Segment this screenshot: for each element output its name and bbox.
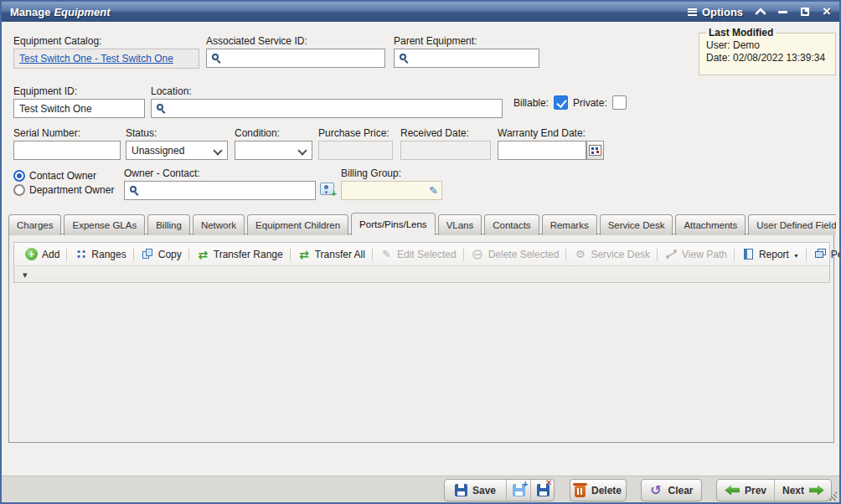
delete-button[interactable]: Delete	[570, 479, 627, 501]
next-arrow-icon	[809, 486, 824, 496]
toolbar-edit-selected: Edit Selected	[373, 245, 464, 264]
save-button-group: Save	[444, 479, 555, 501]
toolbar-copy[interactable]: Copy	[134, 245, 189, 264]
toolbar-report[interactable]: Report	[735, 245, 807, 264]
condition-select[interactable]	[235, 141, 312, 160]
toolbar-delete-selected: Delete Selected	[464, 245, 567, 264]
toolbar-overflow-icon[interactable]	[23, 269, 28, 280]
serial-number-label: Serial Number:	[13, 127, 80, 139]
associated-service-id-input[interactable]	[206, 49, 385, 68]
toolbar-service-desk: Service Desk	[566, 245, 658, 264]
last-modified-panel: Last Modified User: Demo Date: 02/08/202…	[699, 27, 836, 75]
billing-group-input[interactable]	[341, 181, 442, 200]
collapse-chevron-icon[interactable]	[755, 8, 766, 19]
tab-expense-glas[interactable]: Expense GLAs	[64, 214, 145, 235]
toolbar-label: Perspectives	[831, 249, 841, 260]
prev-label: Prev	[745, 485, 766, 496]
status-select[interactable]: Unassigned	[126, 141, 228, 160]
location-input[interactable]	[151, 99, 503, 118]
toolbar-transfer-range[interactable]: Transfer Range	[189, 245, 291, 264]
billing-group-label: Billing Group:	[341, 167, 401, 179]
calendar-icon	[589, 145, 601, 156]
toolbar-label: View Path	[682, 249, 727, 260]
tab-equipment-children[interactable]: Equipment Children	[247, 214, 348, 235]
private-checkbox[interactable]	[612, 95, 627, 110]
window-title-emphasis: Equipment	[54, 6, 110, 18]
tab-strip: ChargesExpense GLAsBillingNetworkEquipme…	[8, 213, 836, 235]
clear-label: Clear	[668, 485, 693, 496]
save-label: Save	[472, 485, 496, 496]
received-date-input	[400, 141, 491, 160]
tab-vlans[interactable]: VLans	[438, 214, 482, 235]
next-button[interactable]: Next	[775, 480, 832, 501]
prev-button[interactable]: Prev	[717, 480, 775, 501]
tab-charges[interactable]: Charges	[8, 214, 61, 235]
tab-ports-pins-lens[interactable]: Ports/Pins/Lens	[351, 213, 436, 235]
clear-button[interactable]: Clear	[641, 479, 702, 501]
minimize-icon[interactable]	[778, 11, 787, 13]
warranty-end-date-input[interactable]	[498, 141, 586, 160]
toolbar-label: Report	[759, 249, 789, 260]
tab-service-desk[interactable]: Service Desk	[600, 214, 673, 235]
grid-toolbar: AddRangesCopyTransfer RangeTransfer AllE…	[13, 242, 830, 283]
manage-equipment-window: Manage Equipment Options Equipment Catal…	[0, 0, 841, 504]
toolbar-add[interactable]: Add	[18, 245, 67, 264]
close-icon[interactable]	[823, 6, 831, 18]
view-path-icon	[665, 248, 678, 260]
toolbar-transfer-all[interactable]: Transfer All	[291, 245, 373, 264]
tab-remarks[interactable]: Remarks	[542, 214, 597, 235]
parent-equipment-label: Parent Equipment:	[394, 35, 477, 47]
toolbar-label: Service Desk	[591, 249, 650, 260]
window-title: Manage	[10, 6, 50, 18]
options-button[interactable]: Options	[688, 6, 743, 18]
add-contact-icon[interactable]	[320, 183, 334, 195]
save-button[interactable]: Save	[445, 480, 507, 501]
dropdown-arrow-icon	[793, 249, 799, 260]
transfer-icon	[197, 248, 209, 260]
add-icon	[25, 248, 38, 260]
department-owner-radio[interactable]	[13, 184, 25, 196]
parent-equipment-input[interactable]	[394, 49, 539, 68]
equipment-id-input[interactable]	[13, 99, 145, 118]
next-label: Next	[782, 485, 804, 496]
prev-arrow-icon	[725, 486, 740, 496]
save-and-new-button[interactable]	[507, 480, 531, 501]
tab-contacts[interactable]: Contacts	[484, 214, 539, 235]
billable-checkbox[interactable]	[554, 95, 568, 110]
chevron-down-icon	[213, 146, 222, 155]
calendar-button[interactable]	[586, 141, 604, 160]
tab-billing[interactable]: Billing	[147, 214, 190, 235]
equipment-id-label: Equipment ID:	[13, 85, 77, 97]
contact-owner-option[interactable]: Contact Owner	[13, 168, 114, 183]
last-modified-user: User: Demo	[706, 39, 828, 51]
search-icon	[211, 53, 222, 64]
toolbar-perspectives[interactable]: Perspectives	[807, 245, 841, 264]
popout-icon[interactable]	[801, 8, 809, 16]
search-icon	[399, 53, 410, 64]
tab-user-defined-fields[interactable]: User Defined Fields	[748, 214, 836, 235]
footer-band	[2, 476, 839, 504]
search-icon	[129, 185, 140, 196]
toolbar-label: Delete Selected	[488, 249, 560, 260]
tab-attachments[interactable]: Attachments	[675, 214, 746, 235]
condition-label: Condition:	[235, 127, 280, 139]
contact-owner-radio[interactable]	[13, 170, 25, 182]
equipment-catalog-link[interactable]: Test Switch One - Test Switch One	[19, 53, 173, 64]
edit-icon	[380, 248, 393, 260]
toolbar-label: Transfer Range	[214, 249, 283, 260]
contact-owner-label: Contact Owner	[29, 170, 96, 182]
service-desk-icon	[574, 248, 586, 260]
toolbar-ranges[interactable]: Ranges	[67, 245, 133, 264]
owner-contact-label: Owner - Contact:	[124, 167, 200, 179]
save-plus-icon	[513, 484, 525, 496]
serial-number-input[interactable]	[13, 141, 121, 160]
titlebar: Manage Equipment Options	[2, 2, 839, 22]
department-owner-option[interactable]: Department Owner	[13, 183, 114, 197]
tab-network[interactable]: Network	[193, 214, 245, 235]
save-and-close-button[interactable]	[531, 480, 555, 501]
options-label: Options	[702, 6, 743, 18]
perspectives-icon	[814, 248, 827, 260]
search-icon	[156, 103, 167, 114]
edit-pencil-icon[interactable]	[429, 184, 438, 197]
owner-contact-input[interactable]	[124, 181, 316, 200]
